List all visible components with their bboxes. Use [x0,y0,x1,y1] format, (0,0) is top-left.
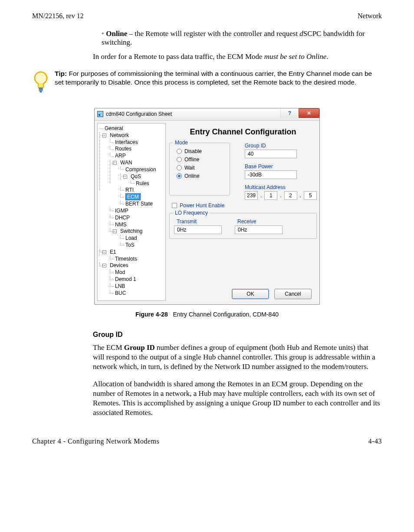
base-power-input[interactable]: -30dB [245,170,297,179]
tree-arp[interactable]: ARP [110,153,164,160]
tree-general[interactable]: General [99,125,164,132]
content-pane: Entry Channel Configuration Mode Disable… [169,123,317,301]
titlebar: cdm840 Configuration Sheet ? ✕ [95,108,319,121]
tree-label: Timeslots [115,256,137,262]
tree-label: NMS [115,222,127,228]
tip-body: Tip: For purposes of commissioning the t… [55,69,382,97]
tree-label: Rules [136,180,149,186]
p1-italic: must be set to Online [264,52,327,61]
radio-label: Offline [184,157,199,163]
tree-demod1[interactable]: Demod 1 [110,276,164,283]
tree-label: WAN [120,160,132,166]
lo-freq-groupbox: LO Frequency Transmit 0Hz Receive 0Hz [169,213,317,239]
tree-load[interactable]: Load [120,235,164,242]
bullet-italic-prefix: d [299,29,303,38]
radio-icon [177,173,182,179]
collapse-icon[interactable]: - [102,264,106,268]
tree-label: RTI [125,187,134,193]
tree-rules[interactable]: Rules [131,180,164,187]
tree-network[interactable]: -Network Interfaces Routes ARP -WAN Comp… [99,132,164,249]
tree-label: Network [110,132,129,138]
tree-label: General [105,125,123,131]
tree-label: Demod 1 [115,276,136,282]
collapse-icon[interactable]: - [102,134,106,137]
collapse-icon[interactable]: - [102,250,106,254]
tree-ecm[interactable]: ECM [120,194,164,201]
svg-rect-2 [39,88,43,89]
tree-switching[interactable]: -Switching Load ToS [110,228,164,248]
tree-timeslots[interactable]: Timeslots [110,256,164,263]
multicast-seg[interactable]: 5 [304,191,317,200]
tree-label: Interfaces [115,139,138,145]
nav-tree[interactable]: General -Network Interfaces Routes ARP -… [97,123,166,301]
rx-label: Receive [237,219,283,225]
tree-devices[interactable]: -Devices Mod Demod 1 LNB BUC [99,262,164,297]
panel-title: Entry Channel Configuration [169,127,317,137]
config-dialog: cdm840 Configuration Sheet ? ✕ General -… [94,108,320,305]
p1a: In order for a Remote to pass data traff… [93,52,264,61]
tx-input[interactable]: 0Hz [174,225,222,234]
collapse-icon[interactable]: - [113,161,117,165]
tree-tos[interactable]: ToS [120,242,164,249]
radio-icon [177,165,182,170]
mode-offline[interactable]: Offline [177,157,225,163]
tree-mod[interactable]: Mod [110,269,164,276]
tree-label: BERT State [125,201,153,207]
mode-legend: Mode [173,140,190,146]
mode-groupbox: Mode Disable Offline Wait Online [169,143,230,196]
tree-label-selected: ECM [125,193,141,200]
figure-text: Entry Channel Configuration, CDM-840 [173,311,279,318]
tree-label: ARP [115,153,126,159]
cancel-button[interactable]: Cancel [274,289,312,299]
multicast-input[interactable]: 239. 1. 2. 5 [245,191,317,200]
rx-field: Receive 0Hz [235,219,283,234]
tree-interfaces[interactable]: Interfaces [110,139,164,146]
ok-button[interactable]: OK [232,289,269,299]
p1b: . [326,52,328,61]
mode-disable[interactable]: Disable [177,148,225,154]
tree-qos[interactable]: -QoS Rules [120,173,164,187]
tree-label: BUC [115,290,126,296]
tree-rti[interactable]: RTI [120,187,164,194]
multicast-seg[interactable]: 2 [284,191,297,200]
tree-label: QoS [131,173,141,180]
tree-bert[interactable]: BERT State [120,201,164,208]
tree-dhcp[interactable]: DHCP [110,215,164,222]
tree-label: LNB [115,283,125,289]
mode-online[interactable]: Online [177,173,225,179]
power-hunt-checkbox[interactable]: Power Hunt Enable [172,202,317,209]
multicast-seg[interactable]: 239 [245,191,258,200]
page-footer: Chapter 4 - Configuring Network Modems 4… [32,437,382,445]
tree-routes[interactable]: Routes [110,146,164,153]
window-icon [97,111,103,117]
tree-compression[interactable]: Compression [120,166,164,173]
help-button[interactable]: ? [280,108,299,118]
tree-label: IGMP [115,208,128,214]
tree-wan[interactable]: -WAN Compression -QoS Rules RTI ECM BERT… [110,160,164,208]
rx-input[interactable]: 0Hz [235,225,283,234]
p2a: The ECM [93,343,124,352]
paragraph-bandwidth: Allocation of bandwidth is shared among … [93,379,380,418]
tree-lnb[interactable]: LNB [110,283,164,290]
radio-label: Online [184,173,200,179]
tree-nms[interactable]: NMS [110,222,164,228]
svg-point-1 [36,73,46,83]
mode-wait[interactable]: Wait [177,165,225,171]
radio-icon [177,157,182,162]
close-button[interactable]: ✕ [299,108,319,118]
tree-igmp[interactable]: IGMP [110,208,164,215]
tree-label: Mod [115,269,125,275]
lo-freq-legend: LO Frequency [173,210,210,216]
collapse-icon[interactable]: - [123,175,127,179]
base-power-label: Base Power [245,163,317,170]
tree-label: Switching [120,228,142,234]
multicast-seg[interactable]: 1 [264,191,277,200]
tree-label: Routes [115,146,131,152]
tree-e1[interactable]: -E1 Timeslots [99,249,164,263]
page-header: MN/22156, rev 12 Network [32,12,382,20]
group-id-input[interactable]: 40 [245,150,297,158]
collapse-icon[interactable]: - [113,229,117,233]
tx-field: Transmit 0Hz [174,219,222,234]
paragraph-ecm-mode: In order for a Remote to pass data traff… [93,52,380,62]
tree-buc[interactable]: BUC [110,290,164,297]
